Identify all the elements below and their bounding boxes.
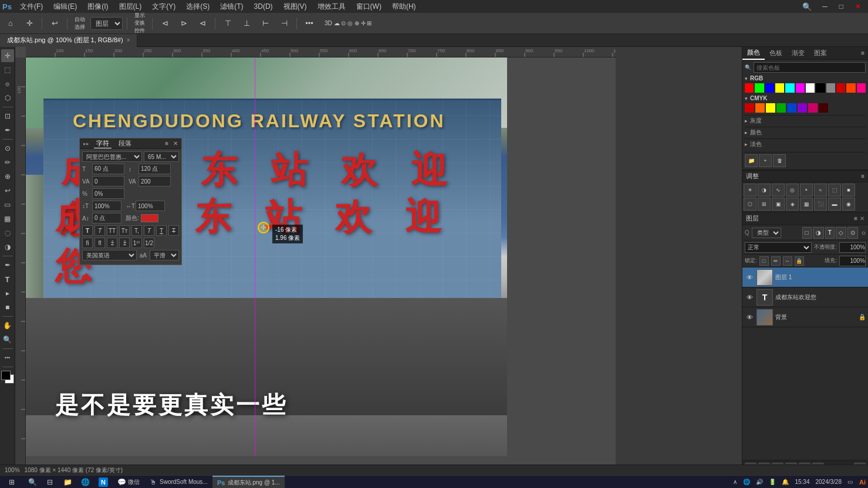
- clock-date[interactable]: 2024/3/28: [814, 479, 844, 485]
- foreground-color-swatch[interactable]: [1, 371, 11, 380]
- canvas-content[interactable]: CHENGDUDONG RAILWAY STATION 成 都 东 站 欢 迎 …: [26, 57, 616, 475]
- hand-tool[interactable]: ✋: [1, 319, 14, 332]
- taskbar-swordsoft[interactable]: 🖱 SwordSoft Mous...: [144, 476, 212, 489]
- lock-all-btn[interactable]: 🔒: [795, 256, 804, 266]
- brightness-contrast-btn[interactable]: ☀: [744, 184, 756, 196]
- text-color-swatch[interactable]: [141, 214, 158, 222]
- auto-select-toggle[interactable]: 自动选择: [72, 15, 88, 32]
- layer-visibility-eye[interactable]: 👁: [745, 274, 754, 281]
- undo-button[interactable]: ↩: [46, 15, 63, 32]
- color-search-input[interactable]: [754, 62, 866, 73]
- taskbar-explorer[interactable]: 📁: [59, 476, 76, 489]
- exposure-btn[interactable]: ◎: [786, 184, 799, 196]
- colorlookup-btn[interactable]: ▣: [772, 198, 785, 211]
- scale-v-input[interactable]: [92, 188, 124, 199]
- quick-select-tool[interactable]: ⬡: [1, 92, 14, 104]
- menu-view[interactable]: 视图(V): [279, 1, 312, 13]
- network-icon[interactable]: 🌐: [741, 479, 752, 485]
- panel-menu-icon[interactable]: ≡: [165, 140, 168, 147]
- cmyk-color-8[interactable]: [819, 103, 828, 113]
- zoom-tool[interactable]: 🔍: [1, 333, 14, 346]
- cmyk-color-6[interactable]: [798, 103, 807, 113]
- color-red[interactable]: [745, 83, 754, 93]
- gradient-tab[interactable]: 渐变: [787, 47, 809, 60]
- threshold-btn[interactable]: ⬛: [814, 198, 827, 211]
- show-transform-toggle[interactable]: 显示变换控件: [131, 15, 148, 32]
- color-pink[interactable]: [857, 83, 866, 93]
- lasso-tool[interactable]: ⌾: [1, 77, 14, 90]
- healing-brush-tool[interactable]: ⊙: [1, 142, 14, 155]
- italic-button[interactable]: T: [94, 225, 105, 236]
- menu-edit[interactable]: 编辑(E): [49, 1, 82, 13]
- photofilter-btn[interactable]: ⬡: [744, 198, 756, 211]
- document-tab[interactable]: 成都东站.png @ 100% (图层 1, RGB/8#) ×: [0, 34, 137, 47]
- taskbar-search[interactable]: 🔍: [23, 476, 41, 489]
- menu-window[interactable]: 窗口(W): [352, 1, 386, 13]
- window-minimize[interactable]: ─: [818, 2, 832, 11]
- path-selection-tool[interactable]: ▸: [1, 287, 14, 300]
- filter-type-btn[interactable]: T: [825, 227, 835, 239]
- v-scale-input[interactable]: [92, 201, 121, 211]
- rgb-collapse-icon[interactable]: ▾: [745, 76, 748, 82]
- distribute-v[interactable]: ⊣: [276, 15, 292, 32]
- vibrance-btn[interactable]: ⚬: [800, 184, 813, 196]
- cmyk-color-1[interactable]: [745, 103, 754, 113]
- leading-input[interactable]: [139, 164, 171, 174]
- taskbar-taskview[interactable]: ⊟: [41, 476, 59, 489]
- cmyk-color-7[interactable]: [808, 103, 818, 113]
- eyedropper-tool[interactable]: ✒: [1, 124, 14, 137]
- taskbar-n[interactable]: N: [94, 476, 113, 489]
- menu-3d[interactable]: 3D(D): [249, 1, 278, 12]
- layers-panel-collapse[interactable]: ✕: [860, 215, 864, 222]
- menu-file[interactable]: 文件(F): [15, 1, 48, 13]
- para-tab[interactable]: 段落: [116, 139, 134, 148]
- history-brush-tool[interactable]: ↩: [1, 184, 14, 197]
- color-magenta[interactable]: [796, 83, 805, 93]
- shape-tool[interactable]: ■: [1, 301, 14, 314]
- color-white[interactable]: [806, 83, 815, 93]
- superscript-button[interactable]: T,: [131, 225, 142, 236]
- window-maximize[interactable]: □: [835, 2, 848, 11]
- crop-tool[interactable]: ⊡: [1, 110, 14, 123]
- subscript-button[interactable]: T: [144, 225, 154, 236]
- swatches-tab[interactable]: 色板: [765, 47, 787, 60]
- cmyk-color-2[interactable]: [755, 103, 765, 113]
- distribute-bottom[interactable]: ⊢: [257, 15, 273, 32]
- show-desktop-btn[interactable]: ▭: [846, 479, 855, 485]
- more-tools-btn[interactable]: •••: [1, 351, 14, 364]
- blend-mode-select[interactable]: 正常: [745, 242, 812, 253]
- layer-visibility-eye[interactable]: 👁: [745, 314, 754, 321]
- opacity-input[interactable]: [839, 242, 866, 253]
- color-orange[interactable]: [846, 83, 855, 93]
- menu-image[interactable]: 图像(I): [83, 1, 113, 13]
- selective-color-btn[interactable]: ◉: [842, 198, 855, 211]
- invert-btn[interactable]: ◈: [786, 198, 799, 211]
- levels-btn[interactable]: ◑: [758, 184, 771, 196]
- layers-panel-menu[interactable]: ≡: [854, 215, 857, 222]
- clone-stamp-tool[interactable]: ⊕: [1, 170, 14, 183]
- menu-layer[interactable]: 图层(L): [114, 1, 147, 13]
- bold-button[interactable]: T: [82, 225, 93, 236]
- tracking-input[interactable]: [139, 176, 171, 187]
- color-gray[interactable]: [826, 83, 835, 93]
- menu-select[interactable]: 选择(S): [181, 1, 214, 13]
- fill-input[interactable]: [839, 256, 866, 266]
- font-style-select[interactable]: 65 M...: [144, 151, 179, 162]
- lock-paint-btn[interactable]: ✏: [771, 256, 781, 266]
- kern-input[interactable]: [92, 176, 124, 187]
- start-button[interactable]: ⊞: [0, 476, 23, 489]
- search-icon[interactable]: 🔍: [799, 2, 815, 11]
- rectangular-marquee-tool[interactable]: ⬚: [1, 63, 14, 76]
- h-scale-input[interactable]: [136, 201, 165, 211]
- colorbalance-btn[interactable]: ⬚: [828, 184, 841, 196]
- auto-select-dropdown[interactable]: 图层: [90, 17, 123, 30]
- color-cyan[interactable]: [785, 83, 794, 93]
- posterize-btn[interactable]: ▦: [800, 198, 813, 211]
- layer-item[interactable]: 👁 T 成都东站欢迎您: [742, 287, 868, 307]
- distribute-h[interactable]: ⊥: [238, 15, 255, 32]
- allcaps-button[interactable]: TT: [107, 225, 117, 236]
- curves-btn[interactable]: ∿: [772, 184, 785, 196]
- tray-expand[interactable]: ∧: [731, 479, 739, 485]
- battery-icon[interactable]: 🔋: [767, 479, 778, 485]
- clock-time[interactable]: 15:34: [793, 479, 811, 485]
